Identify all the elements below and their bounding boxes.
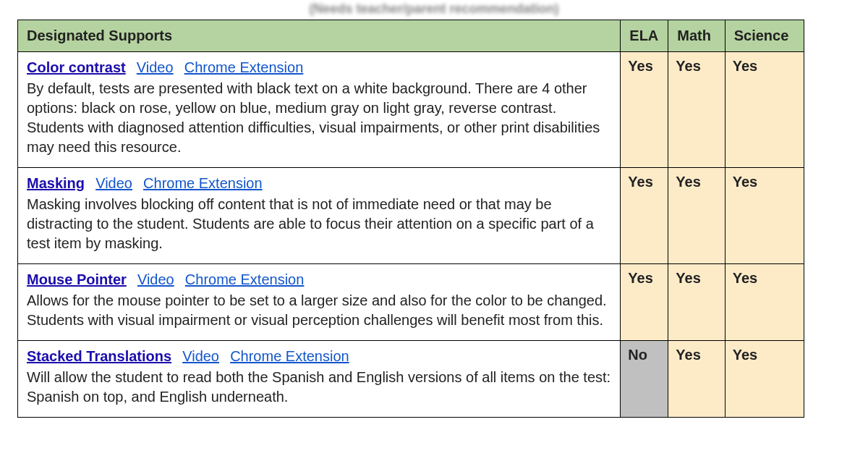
table-row: Stacked Translations Video Chrome Extens…: [18, 341, 804, 418]
support-description: Masking involves blocking off content th…: [27, 195, 611, 253]
header-science: Science: [725, 20, 804, 52]
video-link[interactable]: Video: [182, 348, 219, 364]
table-row: Color contrast Video Chrome Extension By…: [18, 52, 804, 168]
table-row: Mouse Pointer Video Chrome Extension All…: [18, 264, 804, 341]
table-header-row: Designated Supports ELA Math Science: [18, 20, 804, 52]
chrome-extension-link[interactable]: Chrome Extension: [143, 175, 263, 191]
cell-math: Yes: [668, 52, 725, 168]
support-title-link[interactable]: Color contrast: [27, 59, 126, 75]
cell-math: Yes: [668, 168, 725, 264]
cell-ela: No: [621, 341, 668, 418]
cell-science: Yes: [725, 341, 804, 418]
cell-ela: Yes: [621, 168, 668, 264]
header-ela: ELA: [621, 20, 668, 52]
chrome-extension-link[interactable]: Chrome Extension: [185, 271, 305, 287]
support-title-link[interactable]: Mouse Pointer: [27, 271, 127, 287]
cell-ela: Yes: [621, 52, 668, 168]
cell-ela: Yes: [621, 264, 668, 341]
support-description: By default, tests are presented with bla…: [27, 79, 611, 157]
supports-table: Designated Supports ELA Math Science Col…: [17, 20, 804, 418]
cell-science: Yes: [725, 168, 804, 264]
video-link[interactable]: Video: [137, 271, 174, 287]
cell-science: Yes: [725, 264, 804, 341]
header-math: Math: [668, 20, 725, 52]
support-title-link[interactable]: Masking: [27, 175, 85, 191]
header-designated-supports: Designated Supports: [18, 20, 621, 52]
table-row: Masking Video Chrome Extension Masking i…: [18, 168, 804, 264]
cell-science: Yes: [725, 52, 804, 168]
support-title-link[interactable]: Stacked Translations: [27, 348, 171, 364]
page-subtitle: (Needs teacher/parent recommendation): [0, 0, 868, 20]
chrome-extension-link[interactable]: Chrome Extension: [184, 59, 304, 75]
video-link[interactable]: Video: [95, 175, 132, 191]
chrome-extension-link[interactable]: Chrome Extension: [230, 348, 349, 364]
support-description: Will allow the student to read both the …: [27, 368, 611, 407]
cell-math: Yes: [668, 341, 725, 418]
video-link[interactable]: Video: [137, 59, 174, 75]
cell-math: Yes: [668, 264, 725, 341]
support-description: Allows for the mouse pointer to be set t…: [27, 291, 611, 330]
